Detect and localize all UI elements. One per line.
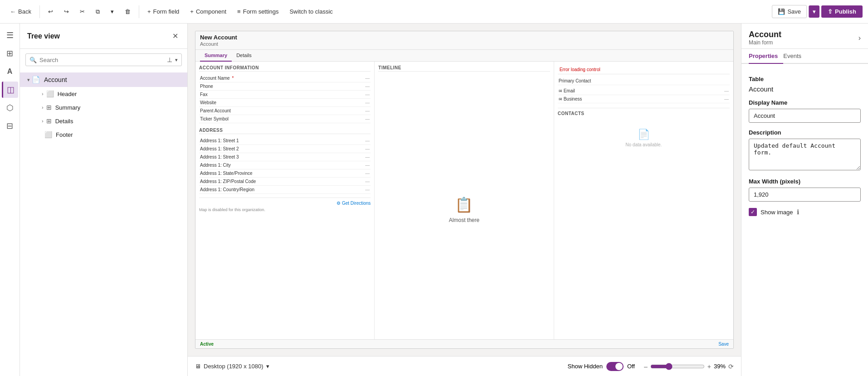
iconbar-layers-button[interactable]: ◫: [2, 82, 18, 98]
publish-button[interactable]: ⇧ Publish: [821, 5, 863, 18]
display-name-input[interactable]: [749, 109, 861, 123]
show-hidden-toggle[interactable]: [606, 362, 624, 371]
right-panel-expand-button[interactable]: ›: [858, 34, 861, 42]
sidebar-item-summary[interactable]: › ⊞ Summary: [20, 101, 187, 114]
preview-section-contacts: Error loading control Primary Contact ✉ …: [554, 62, 733, 339]
undo-button[interactable]: ↩: [44, 5, 58, 18]
chevron-down-icon: ▾: [175, 57, 178, 63]
contacts-header: CONTACTS: [558, 111, 730, 116]
iconbar-text-button[interactable]: A: [2, 63, 18, 80]
rotate-button[interactable]: ⟳: [728, 363, 734, 370]
iconbar-grid-button[interactable]: ⊞: [2, 45, 18, 62]
zoom-slider[interactable]: [650, 363, 705, 370]
zoom-minus-icon: –: [644, 363, 648, 370]
show-image-checkbox[interactable]: ✓: [749, 208, 757, 216]
field-account-name: Account Name * —: [199, 74, 371, 82]
save-dropdown-button[interactable]: ▾: [809, 5, 819, 18]
main-area: ☰ ⊞ A ◫ ⬡ ⊟ Tree view ✕ 🔍: [0, 24, 868, 376]
cut-button[interactable]: ✂: [75, 5, 89, 18]
preview-tab-summary[interactable]: Summary: [200, 50, 232, 62]
back-label: Back: [18, 8, 31, 15]
description-textarea[interactable]: Updated default Account form.: [749, 139, 861, 170]
preview-tab-details[interactable]: Details: [232, 50, 256, 62]
search-bar[interactable]: 🔍 ⊥ ▾: [25, 53, 182, 66]
form-field-button[interactable]: + Form field: [143, 5, 184, 18]
preview-topbar: New Account Account: [195, 31, 733, 50]
field-country: Address 1: Country/Region —: [199, 186, 371, 194]
zoom-controls: – + 39% ⟳: [644, 363, 734, 370]
field-email: ✉ Email —: [558, 87, 730, 95]
sidebar-item-footer[interactable]: ⬜ Footer: [20, 128, 187, 141]
zoom-minus-button[interactable]: –: [644, 363, 648, 370]
tab-properties[interactable]: Properties: [749, 49, 783, 64]
undo-icon: ↩: [48, 8, 53, 15]
save-button[interactable]: 💾 Save: [772, 5, 807, 18]
check-icon: ✓: [751, 209, 755, 215]
business-icon: ✉: [559, 97, 562, 101]
display-name-label: Display Name: [749, 99, 861, 106]
no-data-text: No data available.: [625, 142, 662, 147]
delete-button[interactable]: 🗑: [120, 5, 135, 18]
component-button[interactable]: + Component: [185, 5, 231, 18]
icon-bar: ☰ ⊞ A ◫ ⬡ ⊟: [0, 24, 20, 376]
address-header: ADDRESS: [199, 128, 371, 134]
redo-button[interactable]: ↪: [59, 5, 73, 18]
form-icon: 📄: [32, 76, 40, 84]
zoom-plus-button[interactable]: +: [707, 363, 711, 370]
table-section-label: Table: [749, 76, 861, 82]
paste-dropdown-button[interactable]: ▾: [106, 5, 118, 18]
save-label: Save: [787, 8, 801, 15]
iconbar-menu-button[interactable]: ☰: [2, 27, 18, 43]
tab-events[interactable]: Events: [783, 49, 807, 64]
toggle-knob: [615, 363, 623, 370]
almost-there: 📋 Almost there: [378, 74, 550, 339]
delete-icon: 🗑: [125, 8, 131, 15]
toolbar-sep-2: [139, 5, 139, 18]
show-hidden-label: Show Hidden: [568, 363, 603, 370]
zoom-plus-icon: +: [707, 363, 711, 370]
max-width-label: Max Width (pixels): [749, 178, 861, 185]
chevron-down-icon: ▾: [27, 77, 30, 83]
component-label: Component: [196, 8, 226, 15]
sidebar-title: Tree view: [27, 32, 60, 40]
max-width-input[interactable]: [749, 188, 861, 202]
iconbar-component-button[interactable]: ⬡: [2, 100, 18, 116]
desktop-icon: 🖥: [195, 363, 201, 370]
no-data-icon: 📄: [638, 129, 650, 140]
settings-icon: ≡: [237, 8, 241, 15]
sidebar-item-details[interactable]: › ⊞ Details: [20, 114, 187, 128]
desktop-selector[interactable]: 🖥 Desktop (1920 x 1080) ▾: [195, 363, 269, 370]
switch-classic-button[interactable]: Switch to classic: [285, 5, 337, 18]
info-icon[interactable]: ℹ: [797, 208, 799, 216]
plus-icon-1: +: [147, 8, 151, 15]
form-settings-button[interactable]: ≡ Form settings: [233, 5, 283, 18]
preview-save-btn[interactable]: Save: [718, 342, 729, 347]
field-zip: Address 1: ZIP/Postal Code —: [199, 178, 371, 186]
zoom-value: 39%: [714, 363, 726, 370]
preview-section-timeline: Timeline 📋 Almost there: [375, 62, 554, 339]
iconbar-tree-button[interactable]: ⊟: [2, 118, 18, 134]
close-button[interactable]: ✕: [171, 30, 180, 42]
toolbar-sep-1: [39, 5, 40, 18]
rph-title-area: Account Main form: [749, 30, 781, 46]
switch-classic-label: Switch to classic: [289, 8, 332, 15]
toolbar: ← Back ↩ ↪ ✂ ⧉ ▾ 🗑 + Form field + Compon…: [0, 0, 868, 24]
preview-subtitle: Account: [200, 41, 729, 47]
search-input[interactable]: [39, 57, 164, 63]
field-state: Address 1: State/Province —: [199, 169, 371, 178]
toggle-off-label: Off: [627, 363, 635, 370]
back-icon: ←: [10, 8, 16, 15]
preview-section-account-info: ACCOUNT INFORMATION Account Name * — Pho…: [195, 62, 375, 339]
filter-icon: ⊥: [167, 56, 172, 63]
sidebar-icons: ✕: [171, 30, 180, 42]
description-label: Description: [749, 129, 861, 136]
timeline-header: Timeline: [378, 65, 550, 72]
canvas-area: New Account Account Summary Details ACCO…: [188, 24, 741, 376]
back-button[interactable]: ← Back: [5, 5, 36, 18]
copy-button[interactable]: ⧉: [91, 5, 104, 18]
sidebar-item-header[interactable]: › ⬜ Header: [20, 87, 187, 101]
field-business: ✉ Business —: [558, 95, 730, 103]
sidebar-item-account[interactable]: ▾ 📄 Account: [20, 72, 187, 87]
get-directions-btn[interactable]: ⚙ Get Directions: [336, 201, 371, 206]
tree-area: ▾ 📄 Account › ⬜ Header › ⊞ Summary › ⊞ D…: [20, 71, 187, 376]
